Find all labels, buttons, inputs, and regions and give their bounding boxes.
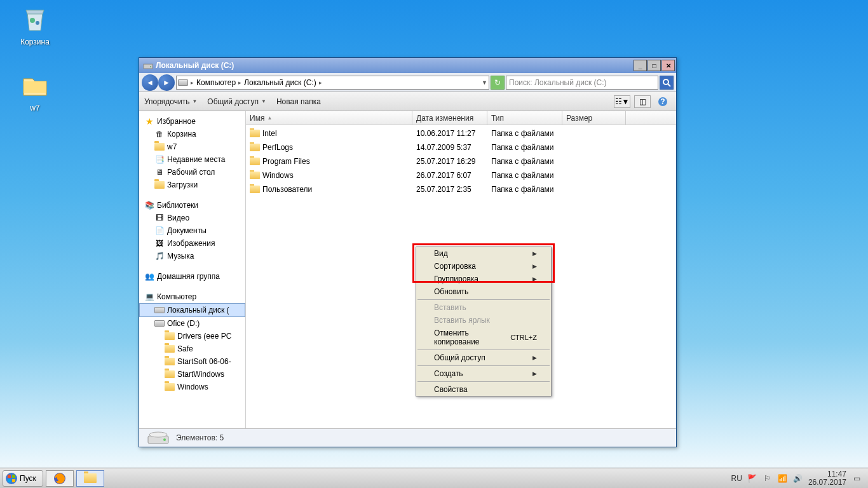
sidebar-item-startsoft[interactable]: StartSoft 06-06- bbox=[139, 355, 245, 368]
sidebar-libraries[interactable]: 📚Библиотеки bbox=[139, 199, 245, 212]
table-row[interactable]: PerfLogs14.07.2009 5:37Папка с файлами bbox=[246, 140, 676, 154]
sidebar-item-drive-d[interactable]: Ofice (D:) bbox=[139, 317, 245, 330]
desktop-folder-w7[interactable]: w7 bbox=[13, 70, 57, 112]
minimize-button[interactable]: _ bbox=[634, 60, 647, 71]
tray-network-icon[interactable]: 📶 bbox=[778, 473, 788, 484]
help-button[interactable]: ? bbox=[654, 95, 671, 108]
ctx-paste-shortcut: Вставить ярлык bbox=[416, 314, 551, 327]
svg-point-8 bbox=[163, 438, 166, 441]
table-row[interactable]: Windows26.07.2017 6:07Папка с файлами bbox=[246, 168, 676, 182]
ctx-create[interactable]: Создать▶ bbox=[416, 367, 551, 380]
address-bar[interactable]: ▸ Компьютер ▸ Локальный диск (C:) ▸ ▼ bbox=[176, 76, 489, 90]
sidebar-item-safe[interactable]: Safe bbox=[139, 342, 245, 355]
breadcrumb-drive[interactable]: Локальный диск (C:) bbox=[244, 78, 316, 87]
sidebar-item-music[interactable]: 🎵Музыка bbox=[139, 250, 245, 262]
folder-icon bbox=[165, 369, 175, 379]
status-bar: Элементов: 5 bbox=[139, 429, 676, 447]
ctx-sort[interactable]: Сортировка▶ bbox=[416, 260, 551, 273]
music-icon: 🎵 bbox=[154, 251, 165, 261]
preview-pane-button[interactable]: ◫ bbox=[634, 95, 651, 108]
column-type[interactable]: Тип bbox=[487, 111, 562, 125]
column-date[interactable]: Дата изменения bbox=[412, 111, 487, 125]
address-dropdown[interactable]: ▼ bbox=[482, 79, 487, 86]
sidebar-homegroup[interactable]: 👥Домашняя группа bbox=[139, 270, 245, 283]
drive-icon bbox=[143, 60, 153, 71]
sidebar-computer[interactable]: 💻Компьютер bbox=[139, 290, 245, 303]
drive-icon bbox=[178, 78, 188, 88]
desktop-recycle-bin[interactable]: Корзина bbox=[13, 4, 57, 46]
context-menu: Вид▶ Сортировка▶ Группировка▶ Обновить В… bbox=[416, 247, 552, 396]
svg-rect-2 bbox=[144, 64, 153, 69]
svg-point-9 bbox=[149, 432, 167, 437]
star-icon: ★ bbox=[144, 116, 154, 126]
forward-button[interactable]: ► bbox=[158, 74, 175, 91]
sidebar: ★Избранное 🗑Корзина w7 📑Недавние места 🖥… bbox=[139, 111, 246, 428]
sidebar-item-pictures[interactable]: 🖼Изображения bbox=[139, 237, 245, 250]
ctx-share[interactable]: Общий доступ▶ bbox=[416, 351, 551, 364]
svg-rect-13 bbox=[8, 479, 11, 482]
sidebar-item-windows[interactable]: Windows bbox=[139, 381, 245, 393]
close-button[interactable]: ✕ bbox=[661, 60, 675, 71]
sidebar-item-startwindows[interactable]: StartWindows bbox=[139, 368, 245, 381]
table-row[interactable]: Intel10.06.2017 11:27Папка с файлами bbox=[246, 126, 676, 140]
sidebar-favorites[interactable]: ★Избранное bbox=[139, 115, 245, 128]
folder-icon bbox=[165, 331, 175, 341]
svg-rect-14 bbox=[12, 479, 15, 482]
view-mode-button[interactable]: ☷ ▼ bbox=[614, 95, 630, 108]
ctx-paste: Вставить bbox=[416, 301, 551, 314]
tray-show-desktop[interactable]: ▭ bbox=[851, 473, 862, 484]
sidebar-item-downloads[interactable]: Загрузки bbox=[139, 179, 245, 191]
column-name[interactable]: Имя ▲ bbox=[246, 111, 412, 125]
ctx-undo-copy[interactable]: Отменить копированиеCTRL+Z bbox=[416, 327, 551, 348]
folder-icon bbox=[165, 344, 175, 354]
sidebar-item-documents[interactable]: 📄Документы bbox=[139, 224, 245, 237]
search-button[interactable] bbox=[660, 76, 674, 90]
tray-volume-icon[interactable]: 🔊 bbox=[793, 473, 803, 484]
sidebar-item-recycle[interactable]: 🗑Корзина bbox=[139, 128, 245, 140]
folder-icon bbox=[165, 356, 175, 367]
sidebar-item-video[interactable]: 🎞Видео bbox=[139, 212, 245, 224]
system-tray: RU 🚩 ⚐ 📶 🔊 11:47 26.07.2017 ▭ bbox=[731, 470, 865, 487]
ctx-group[interactable]: Группировка▶ bbox=[416, 273, 551, 285]
taskbar-firefox[interactable] bbox=[46, 470, 74, 487]
new-folder-button[interactable]: Новая папка bbox=[276, 97, 321, 106]
folder-icon bbox=[154, 180, 165, 190]
sidebar-item-desktop[interactable]: 🖥Рабочий стол bbox=[139, 166, 245, 179]
refresh-button[interactable]: ↻ bbox=[491, 76, 505, 90]
desktop-folder-label: w7 bbox=[13, 104, 57, 112]
search-input[interactable]: Поиск: Локальный диск (C:) bbox=[506, 76, 658, 90]
language-indicator[interactable]: RU bbox=[731, 474, 742, 483]
sidebar-item-w7[interactable]: w7 bbox=[139, 140, 245, 153]
folder-icon bbox=[20, 70, 50, 100]
back-button[interactable]: ◄ bbox=[142, 74, 158, 91]
tray-action-center-icon[interactable]: ⚐ bbox=[763, 473, 773, 484]
sidebar-item-drive-c[interactable]: Локальный диск ( bbox=[139, 303, 245, 317]
clock[interactable]: 11:47 26.07.2017 bbox=[808, 470, 846, 487]
tray-flag-icon[interactable]: 🚩 bbox=[747, 473, 757, 484]
homegroup-icon: 👥 bbox=[144, 271, 154, 281]
desktop-recycle-bin-label: Корзина bbox=[13, 37, 57, 46]
start-button[interactable]: Пуск bbox=[3, 470, 43, 487]
video-icon: 🎞 bbox=[154, 213, 165, 223]
share-button[interactable]: Общий доступ▼ bbox=[207, 97, 266, 106]
column-size[interactable]: Размер bbox=[562, 111, 626, 125]
table-row[interactable]: Program Files25.07.2017 16:29Папка с фай… bbox=[246, 154, 676, 168]
maximize-button[interactable]: □ bbox=[648, 60, 661, 71]
explorer-window: Локальный диск (C:) _ □ ✕ ◄ ► ▸ Компьюте… bbox=[139, 57, 677, 447]
folder-icon bbox=[165, 382, 175, 392]
taskbar: Пуск RU 🚩 ⚐ 📶 🔊 11:47 26.07.2017 ▭ bbox=[0, 468, 868, 488]
organize-button[interactable]: Упорядочить▼ bbox=[144, 97, 197, 106]
ctx-view[interactable]: Вид▶ bbox=[416, 247, 551, 260]
sidebar-item-recent[interactable]: 📑Недавние места bbox=[139, 153, 245, 166]
table-row[interactable]: Пользователи25.07.2017 2:35Папка с файла… bbox=[246, 182, 676, 196]
ctx-refresh[interactable]: Обновить bbox=[416, 285, 551, 298]
ctx-properties[interactable]: Свойства bbox=[416, 383, 551, 396]
folder-icon bbox=[250, 184, 260, 194]
taskbar-explorer[interactable] bbox=[76, 470, 104, 487]
sidebar-item-drivers[interactable]: Drivers (eee PC bbox=[139, 330, 245, 342]
breadcrumb-computer[interactable]: Компьютер bbox=[196, 78, 236, 87]
folder-icon bbox=[154, 142, 165, 152]
svg-point-10 bbox=[6, 473, 17, 484]
titlebar[interactable]: Локальный диск (C:) _ □ ✕ bbox=[139, 58, 676, 73]
windows-logo-icon bbox=[6, 473, 17, 484]
